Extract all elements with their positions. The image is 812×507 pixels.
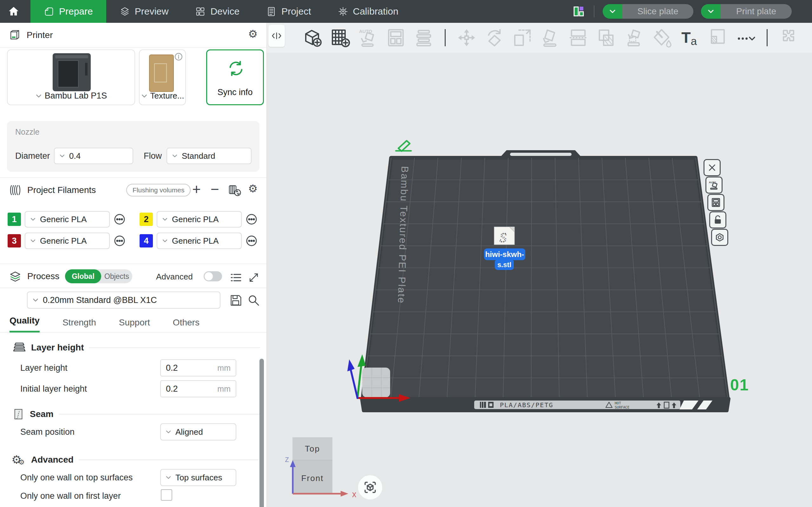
model-object[interactable]: S (494, 227, 514, 245)
fit-view-button[interactable] (358, 475, 383, 500)
filament-slot-color-3[interactable]: 3 (8, 234, 21, 247)
plate-number[interactable]: 01 (730, 376, 749, 394)
only-one-wall-top-select[interactable]: Top surfaces (160, 469, 236, 486)
chevron-down-icon (165, 429, 171, 435)
scope-objects-segment[interactable]: Objects (101, 269, 132, 283)
build-plate-card[interactable]: Texture... (139, 49, 186, 105)
filament-1-select[interactable]: Generic PLA (25, 211, 110, 228)
advanced-mode-toggle[interactable] (204, 271, 222, 281)
add-filament-button[interactable]: + (192, 181, 201, 198)
build-plate[interactable]: Bambu Textured PEI Plate PLA/ABS/PETG HO… (362, 150, 729, 411)
plate-layout-icon[interactable] (571, 4, 586, 18)
sidebar-scrollbar[interactable] (259, 359, 264, 507)
print-plate-action[interactable]: Print plate (721, 4, 792, 19)
support-painting-icon (624, 27, 644, 48)
project-icon (266, 6, 276, 17)
tab-calibration[interactable]: Calibration (324, 0, 412, 23)
info-icon[interactable] (174, 53, 183, 61)
printer-select[interactable]: Bambu Lab P1S (8, 91, 135, 101)
nav-cube[interactable]: Top Front (293, 437, 333, 494)
sync-info-button[interactable]: Sync info (206, 49, 264, 105)
arrange-plate-button[interactable] (707, 194, 724, 211)
plate-type-select[interactable]: Texture... (140, 91, 185, 101)
seam-position-select[interactable]: Aligned (160, 424, 236, 441)
initial-layer-height-input[interactable]: 0.2 mm (160, 380, 236, 397)
filament-2-select[interactable]: Generic PLA (157, 211, 242, 228)
add-object-icon[interactable] (302, 27, 322, 48)
seam-section-title: Seam (30, 409, 54, 419)
filament-3-menu-icon[interactable] (113, 235, 125, 247)
filament-3-select[interactable]: Generic PLA (25, 233, 110, 249)
filament-4-menu-icon[interactable] (246, 235, 258, 247)
split-to-objects-icon (414, 27, 434, 48)
print-options-dropdown[interactable] (701, 4, 721, 19)
process-profile-select[interactable]: 0.20mm Standard @BBL X1C (27, 291, 220, 308)
nozzle-diameter-select[interactable]: 0.4 (54, 148, 133, 164)
only-one-wall-first-label: Only one wall on first layer (20, 491, 121, 501)
add-plate-icon[interactable] (330, 27, 350, 48)
tab-prepare[interactable]: Prepare (31, 0, 106, 23)
filament-2-menu-icon[interactable] (246, 213, 258, 225)
plate-settings-button[interactable] (711, 229, 728, 246)
color-painting-icon (652, 27, 672, 48)
param-list-icon[interactable] (230, 271, 242, 284)
filament-4-material: Generic PLA (172, 236, 218, 246)
slice-plate-action[interactable]: Slice plate (622, 4, 693, 19)
layer-height-section-title: Layer height (31, 343, 84, 353)
delete-plate-button[interactable] (704, 159, 721, 176)
svg-text:S: S (500, 230, 507, 245)
nav-cube-front-label[interactable]: Front (301, 473, 324, 483)
filament-slot-color-4[interactable]: 4 (140, 234, 153, 247)
nozzle-diameter-value: 0.4 (69, 151, 81, 161)
bambu-studio-window: Prepare Preview Device Project Calibrati… (0, 0, 812, 507)
advanced-gears-icon: ⚙ ⚙ (11, 452, 26, 467)
swap-filament-icon[interactable] (228, 184, 242, 198)
edit-plate-name-icon[interactable] (396, 141, 411, 151)
home-button[interactable] (0, 0, 27, 23)
tab-project[interactable]: Project (253, 0, 324, 23)
printer-card[interactable]: Bambu Lab P1S (7, 49, 135, 105)
text-shape-icon[interactable]: Ta (680, 27, 700, 48)
flushing-volumes-button[interactable]: Flushing volumes (126, 184, 191, 196)
filament-1-menu-icon[interactable] (113, 213, 125, 225)
process-scope-toggle[interactable]: Global Objects (65, 269, 132, 283)
nav-cube-top-label[interactable]: Top (305, 444, 320, 453)
filament-4-select[interactable]: Generic PLA (157, 233, 242, 249)
chevron-down-icon (162, 238, 168, 244)
chevron-down-icon (706, 7, 715, 16)
compare-presets-icon[interactable] (247, 271, 260, 284)
preview-icon (119, 6, 130, 17)
nozzle-flow-select[interactable]: Standard (166, 148, 252, 164)
mesh-boolean-icon (596, 27, 616, 48)
tab-strength[interactable]: Strength (62, 318, 96, 333)
only-one-wall-first-checkbox[interactable] (161, 489, 172, 501)
tab-preview[interactable]: Preview (106, 0, 182, 23)
axis-x-label: x (352, 490, 357, 499)
topbar: Prepare Preview Device Project Calibrati… (0, 0, 812, 23)
auto-orient-plate-button[interactable]: AUTO (705, 176, 722, 193)
layer-height-input[interactable]: 0.2 mm (160, 359, 236, 377)
printer-name: Bambu Lab P1S (45, 91, 107, 101)
tab-quality[interactable]: Quality (9, 316, 40, 333)
more-tools-icon[interactable] (735, 27, 756, 48)
chevron-down-icon (171, 153, 178, 159)
save-preset-icon[interactable] (229, 293, 242, 307)
plate-front-band: PLA/ABS/PETG HOT SURFACE (362, 399, 729, 411)
search-preset-icon[interactable] (247, 293, 260, 307)
initial-layer-height-unit: mm (217, 384, 231, 394)
filament-settings-gear-icon[interactable]: ⚙ (248, 183, 258, 194)
lock-plate-button[interactable] (709, 211, 726, 228)
viewport-3d[interactable]: Bambu Textured PEI Plate PLA/ABS/PETG HO… (266, 23, 812, 507)
scope-global-segment[interactable]: Global (65, 269, 101, 283)
tab-others[interactable]: Others (173, 318, 200, 333)
tab-support[interactable]: Support (119, 318, 150, 333)
nozzle-title: Nozzle (15, 127, 39, 136)
filament-slot-color-1[interactable]: 1 (8, 213, 21, 226)
chevron-down-icon (608, 7, 617, 16)
filament-slot-color-2[interactable]: 2 (140, 213, 153, 226)
printer-settings-gear-icon[interactable]: ⚙ (248, 29, 258, 39)
remove-filament-button[interactable]: − (211, 181, 219, 198)
collapse-sidebar-button[interactable] (268, 25, 285, 47)
tab-device[interactable]: Device (182, 0, 253, 23)
slice-options-dropdown[interactable] (603, 4, 622, 19)
